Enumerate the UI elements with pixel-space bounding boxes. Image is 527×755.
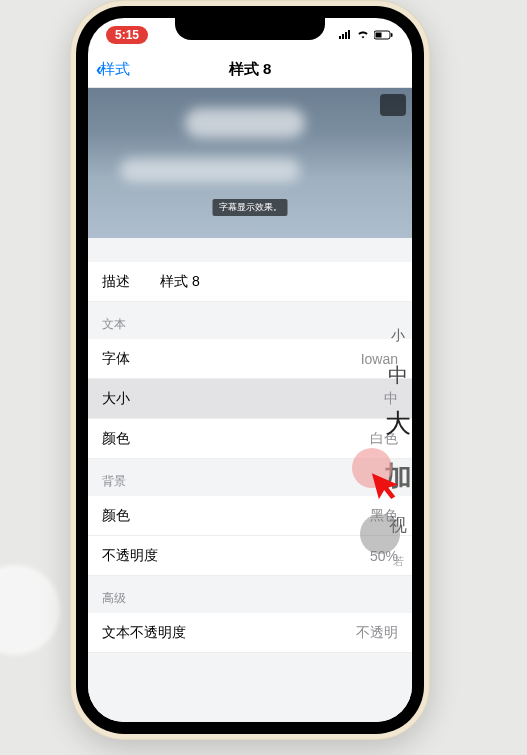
touch-indicator-gray: [360, 514, 400, 554]
section-header-text: 文本: [88, 302, 412, 339]
row-size[interactable]: 大小 中: [88, 379, 412, 419]
text-opacity-value: 不透明: [356, 624, 398, 642]
svg-rect-2: [391, 33, 393, 37]
page-title: 样式 8: [88, 60, 412, 79]
bg-opacity-label: 不透明度: [102, 547, 158, 565]
description-value: 样式 8: [160, 273, 200, 291]
bg-color-label: 颜色: [102, 507, 130, 525]
subtitle-sample-text: 字幕显示效果。: [213, 199, 288, 216]
section-header-advanced: 高级: [88, 576, 412, 613]
back-button[interactable]: ‹ 样式: [96, 59, 130, 80]
row-description[interactable]: 描述 样式 8: [88, 262, 412, 302]
size-label: 大小: [102, 390, 130, 408]
picker-option[interactable]: 中: [388, 362, 408, 389]
screen: 5:15 ‹ 样式 样式 8 字幕显示效果。: [88, 18, 412, 722]
nav-bar: ‹ 样式 样式 8: [88, 52, 412, 88]
svg-rect-1: [376, 33, 382, 38]
status-icons: [338, 30, 394, 40]
row-text-opacity[interactable]: 文本不透明度 不透明: [88, 613, 412, 653]
back-label: 样式: [100, 60, 130, 79]
picker-option[interactable]: 小: [391, 327, 405, 345]
text-opacity-label: 文本不透明度: [102, 624, 186, 642]
phone-frame: 5:15 ‹ 样式 样式 8 字幕显示效果。: [70, 0, 430, 740]
picker-option[interactable]: 大: [385, 406, 411, 441]
description-label: 描述: [102, 273, 130, 291]
recording-time-pill[interactable]: 5:15: [106, 26, 148, 44]
subtitle-preview: 字幕显示效果。: [88, 88, 412, 238]
font-label: 字体: [102, 350, 130, 368]
text-color-label: 颜色: [102, 430, 130, 448]
row-font[interactable]: 字体 Iowan: [88, 339, 412, 379]
picker-option[interactable]: 若: [393, 554, 404, 569]
preview-expand-icon[interactable]: [380, 94, 406, 116]
